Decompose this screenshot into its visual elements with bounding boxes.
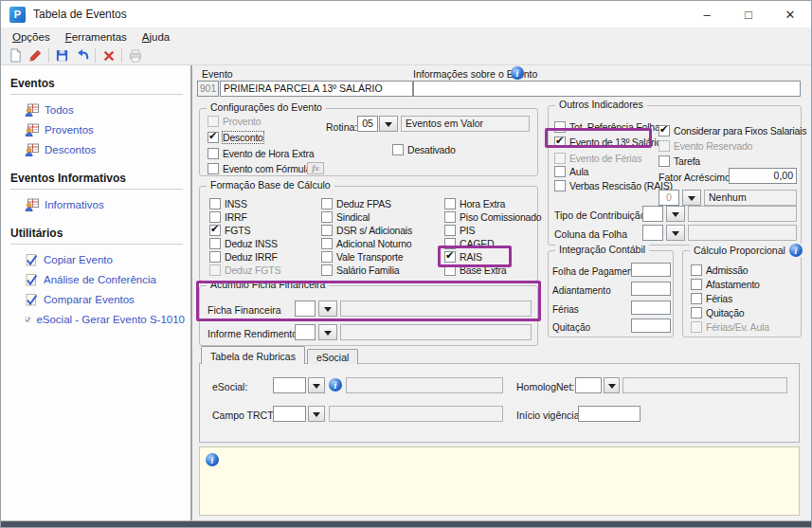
checkbox-ferias-proporcional[interactable]: Férias xyxy=(691,293,732,304)
checkbox-evento-hora-extra[interactable]: Evento de Hora Extra xyxy=(208,148,314,159)
info-evento-field[interactable] xyxy=(413,81,801,97)
informe-rendimentos-combo[interactable] xyxy=(295,324,316,340)
fator-acrescimo-field[interactable]: 0,00 xyxy=(729,168,797,184)
delete-icon[interactable] xyxy=(99,46,118,64)
sidebar-item-proventos[interactable]: Proventos xyxy=(25,123,185,137)
ferias-field[interactable] xyxy=(631,300,671,315)
sidebar-item-esocial-gerar-evento[interactable]: eSocial - Gerar Evento S-1010 xyxy=(25,313,185,326)
checkbox-box xyxy=(208,132,219,143)
checkbox-caged[interactable]: CAGED xyxy=(444,238,494,249)
checkbox-deduz-fpas[interactable]: Deduz FPAS xyxy=(321,198,391,209)
checkbox-hora-extra[interactable]: Hora Extra xyxy=(444,198,505,209)
checkbox-desconto[interactable]: Desconto xyxy=(208,132,263,143)
checkbox-piso-comissionado[interactable]: Piso Comissionado xyxy=(444,211,541,223)
inicio-vigencia-label: Início vigência: xyxy=(516,410,582,421)
ficha-financeira-descr-field xyxy=(340,300,532,317)
campo-trct-descr-field xyxy=(329,406,503,422)
checkbox-quitacao-proporcional[interactable]: Quitação xyxy=(691,307,744,319)
checkbox-salario-familia[interactable]: Salário Familia xyxy=(321,264,399,276)
quitacao-field[interactable] xyxy=(631,319,671,333)
tipo-contribuicao-combo[interactable] xyxy=(642,206,663,222)
ficha-financeira-combo[interactable] xyxy=(295,300,316,317)
checkbox-deduz-inss[interactable]: Deduz INSS xyxy=(209,238,278,249)
checkbox-inss[interactable]: INSS xyxy=(209,198,247,209)
checkbox-tot-referencia-folha[interactable]: Tot. Referência Folha xyxy=(554,121,660,133)
sidebar-item-todos[interactable]: Todos xyxy=(25,103,185,117)
inicio-vigencia-field[interactable] xyxy=(578,406,641,422)
group-title: Integração Contábil xyxy=(555,244,649,255)
checkbox-sindical[interactable]: Sindical xyxy=(321,211,370,223)
new-document-icon[interactable] xyxy=(6,46,26,64)
sidebar-section-eventos-informativos: Eventos Informativos xyxy=(10,172,185,185)
nenhum-code-combo: 0 xyxy=(659,190,679,206)
sidebar-item-copiar-evento[interactable]: Copiar Evento xyxy=(25,253,185,266)
tab-bar: Tabela de Rubricas eSocial xyxy=(201,346,360,364)
coluna-da-folha-combo[interactable] xyxy=(642,225,663,241)
sidebar-item-comparar-eventos[interactable]: Comparar Eventos xyxy=(25,293,185,306)
tab-panel-tabela-de-rubricas: eSocial: HomologNet: Campo TRCT: Início … xyxy=(199,363,800,443)
menu-ferramentas[interactable]: Ferramentas xyxy=(58,29,135,45)
menu-opcoes[interactable]: Opções xyxy=(5,29,58,45)
tab-esocial[interactable]: eSocial xyxy=(307,349,358,364)
checkbox-box xyxy=(209,238,221,249)
checkbox-evento-com-formula[interactable]: Evento com Fórmula xyxy=(208,163,311,174)
checkbox-tarefa[interactable]: Tarefa xyxy=(659,155,700,167)
checkbox-evento-13-salario[interactable]: Evento de 13º Salário xyxy=(554,137,661,148)
adiantamento-label: Adiantamento xyxy=(552,285,611,296)
checkbox-box xyxy=(554,137,566,148)
nenhum-dropdown-button[interactable] xyxy=(682,190,701,206)
rotina-descr-field: Eventos em Valor xyxy=(401,116,530,132)
campo-trct-combo[interactable] xyxy=(273,406,306,422)
close-button[interactable]: ✕ xyxy=(769,1,811,27)
undo-icon[interactable] xyxy=(72,46,92,64)
checkbox-desativado[interactable]: Desativado xyxy=(392,144,456,155)
checkbox-aula[interactable]: Aula xyxy=(554,166,588,177)
calculo-proporcional-info-icon[interactable] xyxy=(789,244,803,257)
minimize-button[interactable]: – xyxy=(686,1,728,27)
checkbox-box xyxy=(321,238,333,249)
ficha-financeira-dropdown-button[interactable] xyxy=(318,300,337,317)
checkbox-dsr-adicionais[interactable]: DSR s/ Adicionais xyxy=(321,225,412,236)
checkbox-rais[interactable]: RAIS xyxy=(444,251,482,263)
checkbox-pis[interactable]: PIS xyxy=(444,225,475,236)
menu-ajuda[interactable]: Ajuda xyxy=(135,29,177,45)
campo-trct-dropdown-button[interactable] xyxy=(308,406,325,422)
tab-tabela-de-rubricas[interactable]: Tabela de Rubricas xyxy=(201,346,305,364)
esocial-info-icon[interactable] xyxy=(329,378,342,391)
informe-rendimentos-dropdown-button[interactable] xyxy=(318,324,337,340)
esocial-combo[interactable] xyxy=(273,377,306,393)
checkbox-ferias-ev-aula: Férias/Ev. Aula xyxy=(691,321,769,333)
adiantamento-field[interactable] xyxy=(631,282,671,296)
checkbox-box xyxy=(691,264,702,276)
coluna-da-folha-label: Coluna da Folha xyxy=(554,228,627,240)
maximize-button[interactable]: □ xyxy=(728,1,769,27)
info-evento-info-icon[interactable] xyxy=(511,66,524,80)
checkbox-box xyxy=(321,198,333,209)
checkbox-fgts[interactable]: FGTS xyxy=(209,225,250,236)
sidebar-item-descontos[interactable]: Descontos xyxy=(25,143,185,156)
checkbox-vale-transporte[interactable]: Vale Transporte xyxy=(321,251,403,263)
tipo-contribuicao-dropdown-button[interactable] xyxy=(666,206,685,222)
checkbox-considerar-fixos-salariais[interactable]: Considerar para Fixos Salariais xyxy=(659,125,806,137)
sidebar-item-analise-de-conferencia[interactable]: Análise de Conferência xyxy=(25,273,185,286)
checkbox-afastamento[interactable]: Afastamento xyxy=(691,279,760,290)
checkbox-admissao[interactable]: Admissão xyxy=(691,264,749,276)
checkbox-deduz-irrf[interactable]: Deduz IRRF xyxy=(209,251,278,263)
homolognet-dropdown-button[interactable] xyxy=(604,377,620,393)
rotina-code-combo[interactable]: 05 xyxy=(357,116,378,132)
edit-pencil-icon[interactable] xyxy=(26,46,45,64)
rotina-dropdown-button[interactable] xyxy=(379,116,398,132)
checkbox-irrf[interactable]: IRRF xyxy=(209,211,247,223)
checkbox-base-extra[interactable]: Base Extra xyxy=(444,264,506,276)
checkbox-box xyxy=(691,307,702,319)
checkbox-verbas-rescisao-rais[interactable]: Verbas Rescisão (RAIS) xyxy=(554,180,673,191)
homolognet-combo[interactable] xyxy=(575,377,602,393)
save-icon[interactable] xyxy=(52,46,72,64)
coluna-da-folha-dropdown-button[interactable] xyxy=(666,225,685,241)
checkbox-box xyxy=(444,264,456,276)
checkbox-adicional-noturno[interactable]: Adicional Noturno xyxy=(321,238,411,249)
sidebar-item-informativos[interactable]: Informativos xyxy=(25,198,185,211)
evento-name-field[interactable]: PRIMEIRA PARCELA 13º SALÁRIO xyxy=(220,81,413,97)
folha-de-pagamento-field[interactable] xyxy=(631,263,671,277)
esocial-dropdown-button[interactable] xyxy=(308,377,325,393)
